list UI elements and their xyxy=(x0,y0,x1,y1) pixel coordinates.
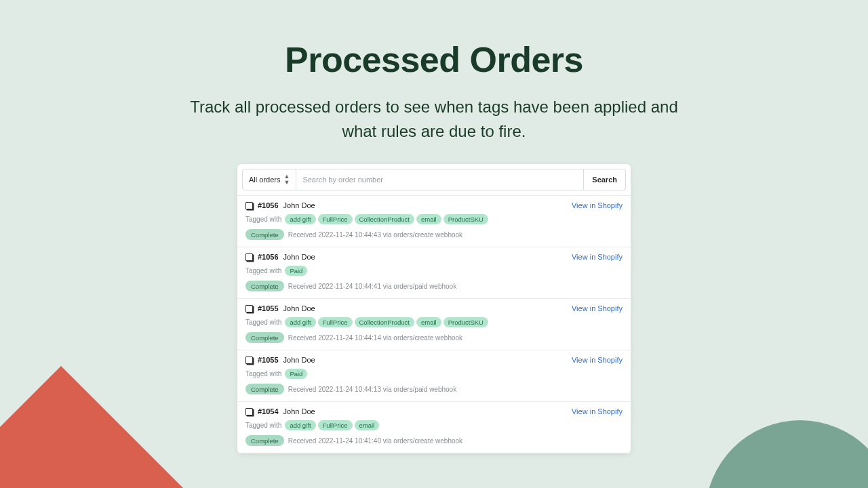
status-line: CompleteReceived 2022-11-24 10:44:41 via… xyxy=(245,281,623,291)
view-in-shopify-link[interactable]: View in Shopify xyxy=(572,304,623,312)
tagged-with-label: Tagged with xyxy=(245,267,281,274)
tag-pill: FullPrice xyxy=(318,214,353,224)
customer-name: John Doe xyxy=(283,253,315,261)
decorative-triangle xyxy=(0,366,183,488)
order-icon xyxy=(245,357,253,364)
order-row: #1056John DoeView in ShopifyTagged withP… xyxy=(237,247,631,299)
order-number: #1055 xyxy=(258,356,279,364)
order-number: #1056 xyxy=(258,253,279,261)
order-header-left: #1054John Doe xyxy=(245,407,315,415)
page-subtitle: Track all processed orders to see when t… xyxy=(190,95,678,144)
tag-line: Tagged withPaid xyxy=(245,266,623,276)
order-header: #1056John DoeView in Shopify xyxy=(245,253,623,261)
tag-pill: ProductSKU xyxy=(443,317,488,327)
order-row: #1055John DoeView in ShopifyTagged withP… xyxy=(237,350,631,402)
search-bar: All orders ▲▼ Search xyxy=(237,164,631,196)
tag-pill: add gift xyxy=(285,214,315,224)
tag-line: Tagged withadd giftFullPriceCollectionPr… xyxy=(245,214,623,224)
order-icon xyxy=(245,305,253,312)
tag-pill: email xyxy=(416,214,441,224)
tag-line: Tagged withadd giftFullPriceemail xyxy=(245,420,623,430)
tag-pill: add gift xyxy=(285,317,315,327)
tag-pill: email xyxy=(416,317,441,327)
tag-pill: CollectionProduct xyxy=(355,214,414,224)
status-pill: Complete xyxy=(245,281,284,291)
filter-select[interactable]: All orders ▲▼ xyxy=(242,169,296,190)
tag-line: Tagged withadd giftFullPriceCollectionPr… xyxy=(245,317,623,327)
view-in-shopify-link[interactable]: View in Shopify xyxy=(572,253,623,261)
customer-name: John Doe xyxy=(283,201,315,209)
order-header: #1056John DoeView in Shopify xyxy=(245,201,623,209)
page-title: Processed Orders xyxy=(0,39,868,80)
tagged-with-label: Tagged with xyxy=(245,370,281,378)
filter-label: All orders xyxy=(249,176,280,184)
sort-icon: ▲▼ xyxy=(283,174,290,186)
received-text: Received 2022-11-24 10:44:41 via orders/… xyxy=(288,283,457,290)
order-header-left: #1056John Doe xyxy=(245,253,315,261)
order-row: #1054John DoeView in ShopifyTagged witha… xyxy=(237,402,631,453)
order-header-left: #1055John Doe xyxy=(245,304,315,312)
order-icon xyxy=(245,408,253,415)
order-icon xyxy=(245,202,253,209)
search-button[interactable]: Search xyxy=(584,169,626,190)
customer-name: John Doe xyxy=(283,304,315,312)
status-line: CompleteReceived 2022-11-24 10:41:40 via… xyxy=(245,435,623,446)
tagged-with-label: Tagged with xyxy=(245,319,281,326)
status-pill: Complete xyxy=(245,384,284,394)
order-header-left: #1055John Doe xyxy=(245,356,315,364)
tagged-with-label: Tagged with xyxy=(245,216,281,223)
order-row: #1056John DoeView in ShopifyTagged witha… xyxy=(237,196,631,247)
tag-pill: ProductSKU xyxy=(443,214,488,224)
status-line: CompleteReceived 2022-11-24 10:44:14 via… xyxy=(245,332,623,343)
tag-pill: FullPrice xyxy=(318,317,353,327)
received-text: Received 2022-11-24 10:44:14 via orders/… xyxy=(288,334,462,342)
order-icon xyxy=(245,253,253,261)
search-input[interactable] xyxy=(296,169,584,190)
view-in-shopify-link[interactable]: View in Shopify xyxy=(572,407,623,415)
decorative-circle xyxy=(705,420,868,488)
view-in-shopify-link[interactable]: View in Shopify xyxy=(572,201,623,209)
tag-pill: FullPrice xyxy=(318,420,353,430)
tag-pill: email xyxy=(355,420,380,430)
order-header: #1055John DoeView in Shopify xyxy=(245,304,623,312)
order-header: #1055John DoeView in Shopify xyxy=(245,356,623,364)
orders-panel: All orders ▲▼ Search #1056John DoeView i… xyxy=(237,164,631,453)
status-pill: Complete xyxy=(245,435,284,446)
tagged-with-label: Tagged with xyxy=(245,422,281,429)
tag-pill: CollectionProduct xyxy=(355,317,414,327)
tag-pill: Paid xyxy=(285,369,307,379)
status-line: CompleteReceived 2022-11-24 10:44:43 via… xyxy=(245,229,623,240)
order-number: #1055 xyxy=(258,304,279,312)
tag-pill: add gift xyxy=(285,420,315,430)
status-pill: Complete xyxy=(245,229,284,240)
order-number: #1054 xyxy=(258,407,279,415)
order-header-left: #1056John Doe xyxy=(245,201,315,209)
customer-name: John Doe xyxy=(283,407,315,415)
order-row: #1055John DoeView in ShopifyTagged witha… xyxy=(237,299,631,350)
tag-pill: Paid xyxy=(285,266,307,276)
status-line: CompleteReceived 2022-11-24 10:44:13 via… xyxy=(245,384,623,394)
tag-line: Tagged withPaid xyxy=(245,369,623,379)
order-header: #1054John DoeView in Shopify xyxy=(245,407,623,415)
status-pill: Complete xyxy=(245,332,284,343)
customer-name: John Doe xyxy=(283,356,315,364)
view-in-shopify-link[interactable]: View in Shopify xyxy=(572,356,623,364)
received-text: Received 2022-11-24 10:44:43 via orders/… xyxy=(288,231,462,239)
received-text: Received 2022-11-24 10:41:40 via orders/… xyxy=(288,437,462,445)
order-number: #1056 xyxy=(258,201,279,209)
received-text: Received 2022-11-24 10:44:13 via orders/… xyxy=(288,386,457,393)
